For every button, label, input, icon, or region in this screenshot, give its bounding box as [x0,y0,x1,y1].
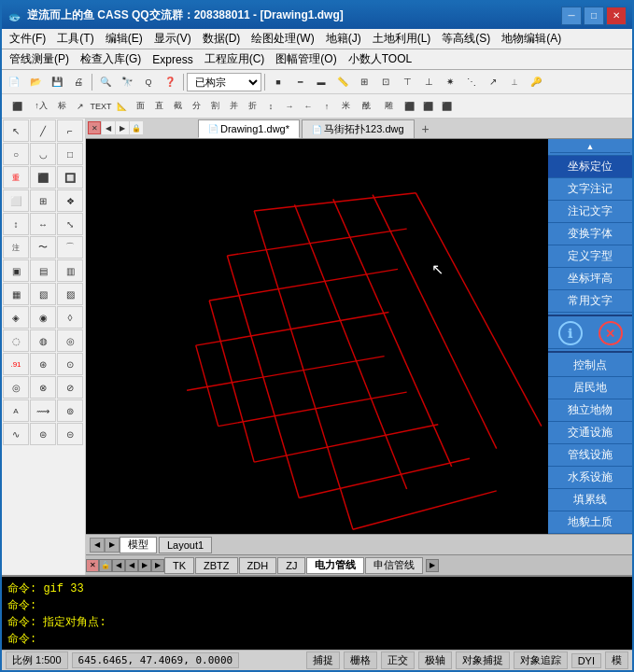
menu-data[interactable]: 数据(D) [197,29,247,49]
tool-search-circle[interactable]: ◎ [3,376,29,399]
menu-draw[interactable]: 绘图处理(W) [246,29,319,49]
tool-select[interactable]: ↖ [3,119,29,142]
status-dy[interactable]: DYI [571,653,601,668]
tb-ortho[interactable]: ⊤ [397,72,417,92]
tool-r11b[interactable]: ⊛ [30,353,56,375]
menu-file[interactable]: 文件(F) [4,29,51,49]
tb-extra1[interactable]: ⬛ [400,96,418,117]
tool-num[interactable]: .91 [3,353,29,375]
tool-heavy3[interactable]: 🔲 [57,166,83,189]
rs-scroll-up[interactable]: ▲ [550,141,630,153]
tb-extra3[interactable]: ⬛ [437,96,456,117]
tb-save[interactable]: 💾 [47,72,67,92]
tool-circle[interactable]: ○ [3,143,29,165]
layer-tab-ZJ[interactable]: ZJ [277,557,305,574]
drawing-canvas[interactable]: ↖ [86,139,548,534]
tb-extra2[interactable]: ⬛ [418,96,437,117]
tool-r7c[interactable]: ▥ [57,259,83,282]
rs-text-note[interactable]: 文字注记 [548,178,632,201]
tab-close-all[interactable]: ✕ [88,121,101,134]
rs-terrain[interactable]: 地貌土质 [548,511,632,534]
tb-qmark[interactable]: ❓ [160,72,180,92]
tool-line[interactable]: ╱ [30,119,56,142]
rs-coordinate[interactable]: 坐标定位 [548,156,632,178]
tb-up[interactable]: ↕ [261,96,280,117]
tb-props3[interactable]: ▬ [311,72,331,92]
tool-heavy2[interactable]: ⬛ [30,166,56,189]
menu-feature[interactable]: 地物编辑(A) [496,29,567,49]
tb-dyn[interactable]: ↗ [483,72,503,92]
menu-mapframe[interactable]: 图幅管理(O) [270,49,342,69]
tool-heavy1[interactable]: 重 [3,166,29,189]
rs-common-text[interactable]: 常用文字 [548,290,632,313]
rs-define-font[interactable]: 定义字型 [548,245,632,268]
tb-new[interactable]: 📄 [4,72,24,92]
menu-engineering[interactable]: 工程应用(C) [199,49,271,69]
rs-coord-height[interactable]: 坐标坪高 [548,268,632,290]
tb-lw[interactable]: ⟂ [504,72,525,92]
tool-r14c[interactable]: ⊝ [57,423,83,445]
tb-corr[interactable]: 酰 [355,96,377,117]
tool-r7b[interactable]: ▤ [30,259,56,282]
tool-r5a[interactable]: ↕ [3,213,29,235]
tool-r4b[interactable]: ⊞ [30,189,56,212]
tb-right[interactable]: → [280,96,299,117]
tb-measure[interactable]: 📏 [332,72,353,92]
menu-check[interactable]: 检查入库(G) [75,49,147,69]
lock-btn[interactable]: 🔒 [99,559,112,572]
status-snap[interactable]: 捕捉 [306,651,340,669]
tb-straight[interactable]: 直 [149,96,168,117]
status-grid[interactable]: 栅格 [344,651,377,669]
menu-view[interactable]: 显示(V) [148,29,197,49]
scroll-right-final[interactable]: ▶ [426,559,439,572]
tb-grid[interactable]: ⊞ [354,72,374,92]
tb-open[interactable]: 📂 [25,72,46,92]
status-model[interactable]: 模 [605,651,628,669]
tb-divide[interactable]: 分 [187,96,205,117]
tb-merge[interactable]: 并 [224,96,243,117]
rs-water[interactable]: 水系设施 [548,467,632,489]
close-all-btn[interactable]: ✕ [86,559,99,572]
tab-next[interactable]: ▶ [116,121,129,134]
status-otrack[interactable]: 对象追踪 [514,651,568,669]
tb-star[interactable]: 米 [336,96,355,117]
rs-info-button[interactable]: ℹ [558,321,583,345]
tool-r5c[interactable]: ⤡ [57,213,83,235]
layer-tab-telecom[interactable]: 申信管线 [365,557,423,574]
tab-add-button[interactable]: + [416,119,435,138]
menu-pipeline[interactable]: 管线测量(P) [4,49,75,69]
status-osnap[interactable]: 对象捕捉 [456,651,510,669]
menu-land[interactable]: 土地利用(L) [367,29,437,49]
tool-r4c[interactable]: ❖ [57,189,83,212]
tb-otrack[interactable]: ⋱ [461,72,482,92]
rs-residential[interactable]: 居民地 [548,377,632,399]
tb-q[interactable]: Q [138,72,159,92]
tool-r13c[interactable]: ⊚ [57,399,83,422]
layer-dropdown[interactable]: 已构宗 [187,73,261,91]
tb-props1[interactable]: ■ [268,72,289,92]
tb-search2[interactable]: 🔭 [117,72,137,92]
tool-r14a[interactable]: ∿ [3,423,29,445]
tab-prev[interactable]: ◀ [102,121,115,134]
tb-mark[interactable]: 标 [52,96,71,117]
rs-independent[interactable]: 独立地物 [548,399,632,422]
tool-r10b[interactable]: ◍ [30,329,56,352]
tb-fold[interactable]: 折 [243,96,261,117]
tb-arrow[interactable]: ↗ [71,96,90,117]
tb-qp[interactable]: 🔑 [526,72,546,92]
tool-wave[interactable]: 〜 [30,236,56,259]
next-layer-btn[interactable]: ▶ [138,559,151,572]
tool-r13a[interactable]: A [3,399,29,422]
rs-change-font[interactable]: 变换字体 [548,223,632,245]
layer-tab-TK[interactable]: TK [164,557,194,574]
rs-close-button[interactable]: ✕ [599,321,623,345]
tool-r9a[interactable]: ◈ [3,306,29,329]
prev-layer-btn[interactable]: ◀ [112,559,125,572]
tool-r12c[interactable]: ⊘ [57,376,83,399]
tool-r8c[interactable]: ▨ [57,283,83,305]
tool-r14b[interactable]: ⊜ [30,423,56,445]
tb-engrave[interactable]: 雕 [377,96,400,117]
menu-tools[interactable]: 工具(T) [51,29,99,49]
tool-r8b[interactable]: ▧ [30,283,56,305]
maximize-button[interactable]: □ [584,7,604,25]
